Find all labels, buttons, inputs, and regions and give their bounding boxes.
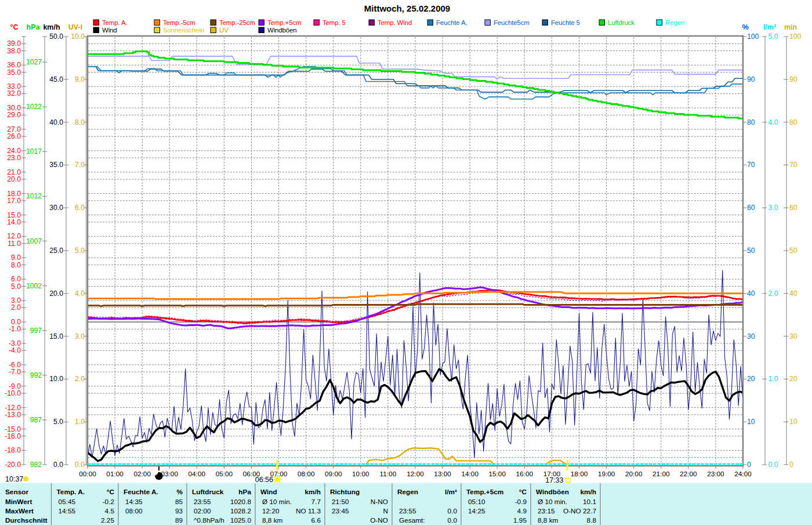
svg-text:24:00: 24:00 [734, 470, 752, 478]
svg-text:l/m²: l/m² [445, 488, 457, 496]
svg-text:85: 85 [175, 498, 183, 506]
svg-text:7.0: 7.0 [75, 161, 85, 169]
svg-text:26.0: 26.0 [7, 132, 21, 140]
svg-text:-18.0: -18.0 [5, 446, 21, 454]
svg-text:23:45: 23:45 [332, 507, 349, 515]
svg-text:987: 987 [30, 416, 42, 424]
svg-text:23:15: 23:15 [538, 507, 555, 515]
svg-text:1020.8: 1020.8 [230, 498, 252, 506]
svg-text:O-NO 22.7: O-NO 22.7 [563, 507, 596, 515]
svg-text:5.0: 5.0 [11, 283, 21, 291]
svg-text:2.0: 2.0 [768, 289, 778, 298]
svg-text:2.0: 2.0 [75, 375, 85, 383]
svg-text:15:00: 15:00 [488, 470, 506, 478]
svg-text:35.0: 35.0 [7, 68, 21, 77]
svg-text:14.0: 14.0 [7, 218, 21, 226]
svg-text:1022: 1022 [26, 103, 42, 111]
svg-text:Richtung: Richtung [330, 488, 360, 496]
svg-text:93: 93 [175, 507, 183, 515]
svg-text:00:00: 00:00 [79, 470, 96, 478]
svg-text:4.0: 4.0 [768, 118, 778, 126]
svg-text:10: 10 [747, 418, 755, 426]
svg-text:8.8: 8.8 [587, 516, 597, 524]
svg-text:0.0: 0.0 [75, 461, 85, 469]
svg-text:km/h: km/h [43, 23, 60, 31]
svg-text:5.0: 5.0 [768, 32, 778, 41]
svg-text:-0.9: -0.9 [515, 498, 527, 506]
svg-text:100: 100 [747, 32, 759, 41]
svg-text:-20.0: -20.0 [5, 461, 21, 469]
svg-text:05:10: 05:10 [468, 498, 485, 506]
svg-text:l/m²: l/m² [763, 23, 776, 31]
svg-text:08:00: 08:00 [125, 507, 143, 515]
svg-text:Durchschnitt: Durchschnitt [5, 516, 48, 524]
svg-text:13:00: 13:00 [434, 470, 451, 478]
svg-text:2.25: 2.25 [101, 516, 114, 524]
svg-text:Feuchte5cm: Feuchte5cm [494, 19, 530, 26]
svg-text:O-NO: O-NO [370, 516, 388, 524]
svg-text:45.0: 45.0 [49, 75, 63, 84]
svg-text:21:00: 21:00 [652, 470, 670, 478]
svg-text:Temp.-5cm: Temp.-5cm [163, 19, 195, 26]
svg-text:1012: 1012 [26, 192, 42, 200]
svg-text:0.0: 0.0 [448, 516, 458, 524]
svg-text:°C: °C [519, 488, 527, 496]
svg-text:12:00: 12:00 [407, 470, 424, 478]
svg-text:32.0: 32.0 [7, 89, 21, 97]
svg-text:1017: 1017 [26, 147, 42, 155]
svg-text:km/h: km/h [304, 488, 321, 496]
svg-text:Windböen: Windböen [267, 27, 297, 34]
svg-text:8.0: 8.0 [75, 118, 85, 126]
svg-text:1025.0: 1025.0 [230, 516, 252, 524]
svg-text:12:20: 12:20 [262, 507, 280, 515]
svg-text:60: 60 [789, 204, 798, 212]
svg-text:992: 992 [30, 371, 42, 379]
svg-text:1.95: 1.95 [513, 516, 527, 524]
svg-text:14:25: 14:25 [468, 507, 485, 515]
svg-text:14:00: 14:00 [461, 470, 478, 478]
svg-text:Temp. A.: Temp. A. [57, 488, 85, 496]
svg-text:8.0: 8.0 [11, 261, 21, 269]
svg-text:N-NO: N-NO [371, 498, 388, 506]
svg-text:Sonnenschein: Sonnenschein [163, 27, 204, 34]
svg-text:1.0: 1.0 [768, 375, 778, 383]
svg-text:Feuchte 5: Feuchte 5 [551, 19, 580, 26]
svg-text:0: 0 [747, 461, 751, 469]
svg-text:02:00: 02:00 [133, 470, 151, 478]
svg-text:2.0: 2.0 [11, 303, 21, 312]
svg-text:70: 70 [747, 161, 755, 169]
svg-text:Regen: Regen [665, 19, 684, 26]
svg-text:°C: °C [10, 23, 18, 31]
svg-text:Ø 10 min.: Ø 10 min. [262, 498, 292, 506]
svg-text:30: 30 [789, 332, 798, 341]
svg-text:20: 20 [789, 375, 798, 383]
svg-text:35.0: 35.0 [49, 161, 63, 169]
svg-text:Regen: Regen [397, 488, 418, 496]
svg-text:14:55: 14:55 [59, 507, 76, 515]
svg-text:80: 80 [789, 118, 798, 126]
svg-text:10: 10 [789, 418, 798, 426]
svg-text:6.6: 6.6 [311, 516, 321, 524]
svg-text:Windböen: Windböen [536, 488, 569, 496]
svg-text:%: % [742, 23, 748, 31]
svg-text:km/h: km/h [580, 488, 596, 496]
svg-text:Gesamt:: Gesamt: [399, 516, 425, 524]
svg-text:23:00: 23:00 [707, 470, 724, 478]
svg-text:Feuchte A.: Feuchte A. [124, 488, 158, 496]
svg-text:min: min [784, 23, 797, 31]
svg-text:Wind: Wind [260, 488, 277, 496]
svg-text:Feuchte A.: Feuchte A. [436, 19, 467, 26]
svg-text:0.0: 0.0 [448, 507, 458, 515]
svg-text:Ø 10 min.: Ø 10 min. [538, 498, 567, 506]
svg-text:UV-I: UV-I [68, 23, 82, 31]
svg-text:40.0: 40.0 [49, 118, 63, 126]
svg-text:29.0: 29.0 [7, 111, 21, 119]
svg-text:17.0: 17.0 [7, 197, 21, 205]
svg-text:40: 40 [747, 289, 755, 298]
svg-text:01:00: 01:00 [106, 470, 124, 478]
svg-text:50: 50 [747, 247, 755, 255]
svg-text:997: 997 [30, 327, 42, 335]
svg-text:^0.8hPa/h: ^0.8hPa/h [194, 516, 224, 524]
svg-text:Luftdruck: Luftdruck [192, 488, 224, 496]
svg-text:-13.0: -13.0 [5, 411, 21, 419]
